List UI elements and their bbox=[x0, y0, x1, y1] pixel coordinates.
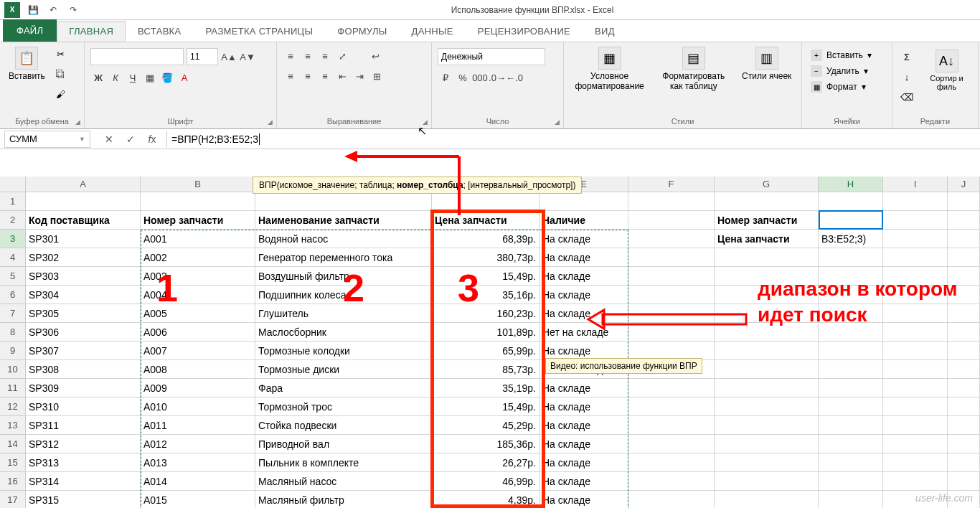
cell-I15[interactable] bbox=[883, 453, 948, 472]
cell-G6[interactable] bbox=[715, 286, 819, 304]
cell-H1[interactable] bbox=[819, 192, 883, 211]
cut-button[interactable]: ✂ bbox=[52, 45, 70, 62]
cell-C5[interactable]: Воздушный фильтр bbox=[255, 267, 432, 286]
cell-B9[interactable]: А007 bbox=[141, 342, 255, 360]
cell-F17[interactable] bbox=[628, 491, 715, 508]
cell-J11[interactable] bbox=[948, 379, 980, 398]
row-header[interactable]: 16 bbox=[0, 472, 26, 491]
cell-A16[interactable]: SP314 bbox=[26, 472, 141, 491]
cell-I6[interactable] bbox=[883, 286, 948, 304]
format-as-table-button[interactable]: ▤ Форматировать как таблицу bbox=[655, 45, 732, 93]
cell-E5[interactable]: На складе bbox=[540, 267, 628, 286]
align-left-button[interactable]: ≡ bbox=[283, 68, 298, 84]
name-box-dropdown-icon[interactable]: ▼ bbox=[79, 136, 85, 143]
autosum-button[interactable]: Σ bbox=[898, 48, 915, 65]
cell-D9[interactable]: 65,99р. bbox=[432, 342, 540, 360]
cell-D2[interactable]: Цена запчасти bbox=[432, 211, 540, 230]
cell-I14[interactable] bbox=[883, 435, 948, 453]
percent-button[interactable]: % bbox=[455, 70, 471, 85]
cell-J16[interactable] bbox=[948, 472, 980, 491]
col-header-I[interactable]: I bbox=[883, 177, 948, 192]
cell-H4[interactable] bbox=[819, 248, 883, 267]
cell-D14[interactable]: 185,36р. bbox=[432, 435, 540, 453]
row-header[interactable]: 14 bbox=[0, 435, 26, 453]
cell-E2[interactable]: Наличие bbox=[540, 211, 628, 230]
cell-G2[interactable]: Номер запчасти bbox=[715, 211, 819, 230]
cell-A15[interactable]: SP313 bbox=[26, 453, 141, 472]
cell-H17[interactable] bbox=[819, 491, 883, 508]
cell-D4[interactable]: 380,73р. bbox=[432, 248, 540, 267]
cell-H2[interactable] bbox=[819, 211, 883, 230]
cell-D5[interactable]: 15,49р. bbox=[432, 267, 540, 286]
font-size-select[interactable] bbox=[187, 48, 218, 65]
cell-G1[interactable] bbox=[715, 192, 819, 211]
formula-input[interactable]: =ВПР(H2;B3:E52;3 bbox=[166, 131, 980, 148]
row-header[interactable]: 8 bbox=[0, 323, 26, 342]
cell-D13[interactable]: 45,29р. bbox=[432, 416, 540, 435]
cell-D17[interactable]: 4,39р. bbox=[432, 491, 540, 508]
cell-A5[interactable]: SP303 bbox=[26, 267, 141, 286]
cell-F2[interactable] bbox=[628, 211, 715, 230]
cell-J10[interactable] bbox=[948, 360, 980, 379]
cell-H15[interactable] bbox=[819, 453, 883, 472]
cell-E8[interactable]: Нет на складе bbox=[540, 323, 628, 342]
cell-B3[interactable]: А001 bbox=[141, 230, 255, 248]
cell-I11[interactable] bbox=[883, 379, 948, 398]
cell-E4[interactable]: На складе bbox=[540, 248, 628, 267]
orientation-button[interactable]: ⤢ bbox=[334, 48, 350, 64]
row-header[interactable]: 11 bbox=[0, 379, 26, 398]
cell-D7[interactable]: 160,23р. bbox=[432, 304, 540, 323]
underline-button[interactable]: Ч bbox=[125, 70, 141, 85]
cell-D16[interactable]: 46,99р. bbox=[432, 472, 540, 491]
cell-I13[interactable] bbox=[883, 416, 948, 435]
cell-F3[interactable] bbox=[628, 230, 715, 248]
cell-B1[interactable] bbox=[141, 192, 255, 211]
clear-button[interactable]: ⌫ bbox=[898, 88, 915, 105]
cell-F11[interactable] bbox=[628, 379, 715, 398]
cell-G7[interactable] bbox=[715, 304, 819, 323]
cell-G4[interactable] bbox=[715, 248, 819, 267]
cell-A2[interactable]: Код поставщика bbox=[26, 211, 141, 230]
cell-F15[interactable] bbox=[628, 453, 715, 472]
tab-review[interactable]: РЕЦЕНЗИРОВАНИЕ bbox=[466, 21, 583, 42]
cell-C3[interactable]: Водяной насос bbox=[255, 230, 432, 248]
select-all-corner[interactable] bbox=[0, 177, 26, 192]
delete-cells-button[interactable]: −Удалить ▾ bbox=[808, 64, 871, 78]
row-header[interactable]: 17 bbox=[0, 491, 26, 508]
cell-B15[interactable]: А013 bbox=[141, 453, 255, 472]
cell-H3[interactable]: B3:E52;3) bbox=[819, 230, 883, 248]
cell-F1[interactable] bbox=[628, 192, 715, 211]
cell-F14[interactable] bbox=[628, 435, 715, 453]
row-header[interactable]: 13 bbox=[0, 416, 26, 435]
col-header-B[interactable]: B bbox=[141, 177, 255, 192]
cell-G5[interactable] bbox=[715, 267, 819, 286]
row-header[interactable]: 7 bbox=[0, 304, 26, 323]
cell-A7[interactable]: SP305 bbox=[26, 304, 141, 323]
cell-E1[interactable] bbox=[540, 192, 628, 211]
accept-formula-button[interactable]: ✓ bbox=[123, 132, 138, 146]
clipboard-launcher[interactable]: ◢ bbox=[72, 117, 83, 127]
cell-B5[interactable]: А003 bbox=[141, 267, 255, 286]
cell-styles-button[interactable]: ▥ Стили ячеек bbox=[739, 45, 794, 83]
decrease-indent-button[interactable]: ⇤ bbox=[334, 68, 350, 84]
cell-J6[interactable] bbox=[948, 286, 980, 304]
cell-H8[interactable] bbox=[819, 323, 883, 342]
cell-J15[interactable] bbox=[948, 453, 980, 472]
cell-C8[interactable]: Маслосборник bbox=[255, 323, 432, 342]
bold-button[interactable]: Ж bbox=[90, 70, 106, 85]
cell-J8[interactable] bbox=[948, 323, 980, 342]
save-button[interactable]: 💾 bbox=[26, 3, 40, 17]
comma-button[interactable]: 000 bbox=[472, 70, 488, 85]
paste-button[interactable]: 📋 Вставить bbox=[6, 45, 48, 83]
conditional-formatting-button[interactable]: ▦ Условное форматирование bbox=[571, 45, 649, 93]
cell-H12[interactable] bbox=[819, 398, 883, 416]
cell-G8[interactable] bbox=[715, 323, 819, 342]
cell-J13[interactable] bbox=[948, 416, 980, 435]
cell-G14[interactable] bbox=[715, 435, 819, 453]
undo-button[interactable]: ↶ bbox=[46, 3, 60, 17]
tab-file[interactable]: ФАЙЛ bbox=[3, 19, 57, 42]
align-middle-button[interactable]: ≡ bbox=[300, 48, 316, 64]
cell-H7[interactable] bbox=[819, 304, 883, 323]
cell-F8[interactable] bbox=[628, 323, 715, 342]
cell-C6[interactable]: Подшипник колеса bbox=[255, 286, 432, 304]
